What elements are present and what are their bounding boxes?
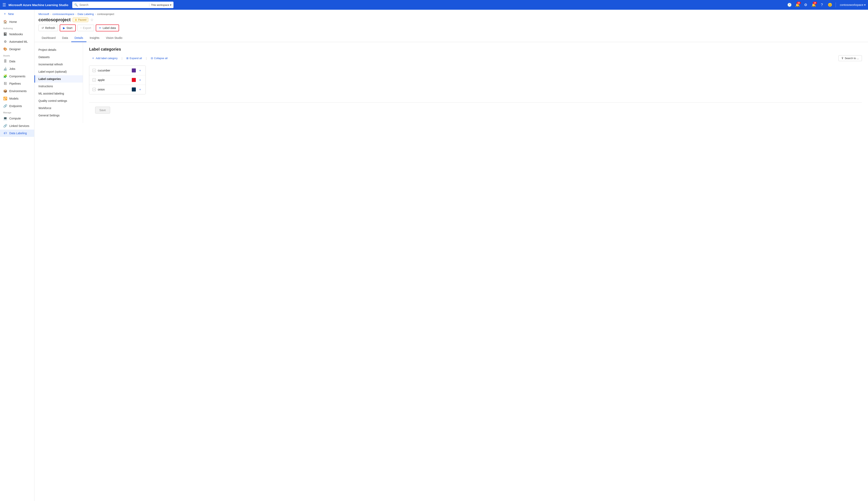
search-input[interactable] [79,3,148,7]
sub-nav: Project details Datasets Incremental ref… [34,42,83,123]
search-bar[interactable]: 🔍 This workspace ▾ [72,2,173,8]
automated-ml-icon: ⚙ [3,40,7,43]
panel-title: Label categories [89,47,862,52]
sidebar-item-linked-services[interactable]: 🔗 Linked Services [0,122,34,130]
sub-nav-ml-assisted[interactable]: ML assisted labeling [34,90,83,97]
category-list: − cucumber ＋ − apple ＋ − [89,66,146,94]
tab-vision-studio[interactable]: Vision Studio [103,34,126,42]
tab-data[interactable]: Data [59,34,72,42]
add-subcategory-apple-button[interactable]: ＋ [138,78,142,82]
sub-nav-instructions[interactable]: Instructions [34,83,83,90]
save-button[interactable]: Save [95,107,110,114]
favorite-star-icon[interactable]: ☆ [90,18,94,22]
tab-dashboard[interactable]: Dashboard [39,34,59,42]
search-icon: 🔍 [74,3,78,7]
tab-insights[interactable]: Insights [86,34,103,42]
category-color-cucumber[interactable] [132,68,136,73]
search-scope-label: This workspace [151,3,169,7]
main-content: Microsoft › contosoworkspace › Data Labe… [34,10,868,501]
endpoints-icon: 🔗 [3,104,7,108]
category-color-apple[interactable] [132,78,136,82]
add-subcategory-cucumber-button[interactable]: ＋ [138,68,142,73]
sidebar-item-home[interactable]: 🏠 Home [0,18,34,25]
app-brand: Microsoft Azure Machine Learning Studio [9,3,68,7]
status-icon: ⏸ [75,18,77,21]
sub-nav-label-categories[interactable]: Label categories [34,75,83,83]
components-icon: 🧩 [3,74,7,78]
data-labeling-icon: 🏷 [3,131,7,135]
assets-label: Assets [0,53,34,58]
search-scope[interactable]: This workspace ▾ [149,3,171,7]
home-icon: 🏠 [3,20,7,24]
notifications-icon[interactable]: 🔔 23 [794,2,801,8]
settings-icon[interactable]: ⚙ [802,2,809,8]
sidebar-item-endpoints[interactable]: 🔗 Endpoints [0,102,34,110]
tab-details[interactable]: Details [71,34,86,42]
help-icon[interactable]: ? [818,2,825,8]
label-icon: ✏ [99,26,101,30]
sidebar-item-jobs[interactable]: 🔬 Jobs [0,65,34,73]
breadcrumb-workspace[interactable]: contosoworkspace [52,12,74,15]
expand-all-button[interactable]: ⊞ Expand all [124,55,144,61]
environments-icon: 📦 [3,89,7,93]
nav-icons: 🕐 🔔 23 ⚙ 🔔 14 ? 😊 contosoworkspace ▾ [786,2,866,8]
category-item-cucumber: − cucumber ＋ [89,66,146,75]
sidebar-item-compute[interactable]: 💻 Compute [0,115,34,122]
designer-icon: 🎨 [3,47,7,51]
sidebar-item-environments[interactable]: 📦 Environments [0,87,34,95]
sub-nav-project-details[interactable]: Project details [34,46,83,53]
category-color-onion[interactable] [132,87,136,92]
breadcrumb-project: contosoproject [97,12,114,15]
filter-icon: ⊽ [842,57,844,60]
expand-apple-icon[interactable]: − [93,78,96,82]
sub-nav-workforce[interactable]: Workforce [34,105,83,112]
app-layout: ＋ New 🏠 Home Authoring 📓 Notebooks ⚙ Aut… [0,10,868,501]
sub-nav-label-export[interactable]: Label export (optional) [34,68,83,75]
export-button[interactable]: ↑ Export [77,25,94,31]
sidebar-item-notebooks[interactable]: 📓 Notebooks [0,30,34,38]
data-icon: 🗄 [3,60,7,63]
new-button[interactable]: ＋ New [0,10,34,18]
pipelines-icon: ⛓ [3,82,7,85]
alerts-icon[interactable]: 🔔 14 [811,2,817,8]
sidebar-item-models[interactable]: 🔁 Models [0,95,34,102]
sidebar-item-automated-ml[interactable]: ⚙ Automated ML [0,38,34,45]
sub-nav-general-settings[interactable]: General Settings [34,112,83,119]
search-filter-button[interactable]: ⊽ Search to ... [838,55,862,61]
sidebar-item-pipelines[interactable]: ⛓ Pipelines [0,80,34,87]
breadcrumb-data-labeling[interactable]: Data Labeling [77,12,94,15]
separator-1: | [122,57,122,60]
page-title: contosoproject [39,17,71,22]
category-name-apple: apple [98,78,132,82]
manage-label: Manage [0,110,34,115]
collapse-all-button[interactable]: ⊟ Collapse all [148,55,170,61]
notebooks-icon: 📓 [3,32,7,36]
username-label[interactable]: contosoworkspace ▾ [840,3,866,7]
jobs-icon: 🔬 [3,67,7,71]
account-icon[interactable]: 😊 [827,2,833,8]
add-label-category-button[interactable]: ＋ Add label category [89,55,120,62]
label-toolbar: ＋ Add label category | ⊞ Expand all | ⊟ … [89,55,862,62]
sidebar-item-data[interactable]: 🗄 Data [0,58,34,65]
refresh-button[interactable]: ↺ Refresh [39,25,58,31]
sidebar-item-designer[interactable]: 🎨 Designer [0,45,34,53]
sub-nav-incremental-refresh[interactable]: Incremental refresh [34,61,83,68]
category-item-apple: − apple ＋ [89,75,146,85]
history-icon[interactable]: 🕐 [786,2,793,8]
separator-2: | [146,57,147,60]
breadcrumb-microsoft[interactable]: Microsoft [39,12,49,15]
content-area: Project details Datasets Incremental ref… [34,42,868,123]
expand-onion-icon[interactable]: − [93,88,96,91]
expand-cucumber-icon[interactable]: − [93,69,96,72]
label-data-button[interactable]: ✏ Label data [96,24,119,31]
linked-services-icon: 🔗 [3,124,7,128]
sidebar-item-data-labeling[interactable]: 🏷 Data Labeling [0,130,34,137]
add-subcategory-onion-button[interactable]: ＋ [138,87,142,92]
sub-nav-datasets[interactable]: Datasets [34,53,83,61]
right-panel: Label categories ＋ Add label category | … [83,42,868,123]
hamburger-icon[interactable]: ☰ [2,2,6,7]
notifications-badge: 23 [796,2,801,4]
sub-nav-quality-control[interactable]: Quality control settings [34,97,83,105]
sidebar-item-components[interactable]: 🧩 Components [0,73,34,80]
start-button[interactable]: ▶ Start [60,24,76,31]
